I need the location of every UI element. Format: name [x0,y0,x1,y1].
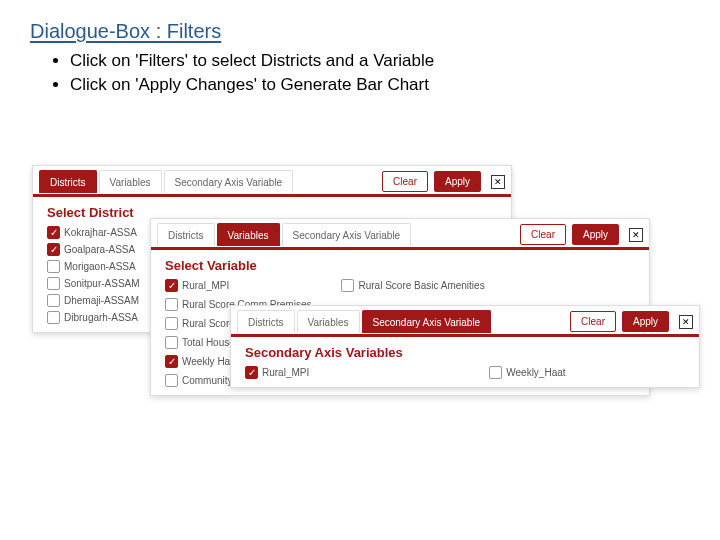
checkbox-label: Kokrajhar-ASSA [64,227,137,238]
checkbox-label: Goalpara-ASSA [64,244,135,255]
checkbox-icon [47,277,60,290]
tab-districts[interactable]: Districts [157,223,215,246]
tab-secondary[interactable]: Secondary Axis Variable [282,223,412,246]
checkbox-label: Rural Score Basic Amenities [358,280,484,291]
checkbox-label: Dhemaji-ASSAM [64,295,139,306]
checkbox-icon [165,336,178,349]
apply-button[interactable]: Apply [434,171,481,192]
tab-bar: Districts Variables Secondary Axis Varia… [151,219,649,250]
checkbox-icon [47,294,60,307]
checkbox-row[interactable]: Rural Score Basic Amenities [341,279,484,292]
checkbox-label: Sonitpur-ASSAM [64,278,140,289]
tab-variables[interactable]: Variables [99,170,162,193]
tab-bar: Districts Variables Secondary Axis Varia… [33,166,511,197]
tab-secondary[interactable]: Secondary Axis Variable [164,170,294,193]
apply-button[interactable]: Apply [572,224,619,245]
tab-variables[interactable]: Variables [297,310,360,333]
checkbox-row[interactable]: Weekly_Haat [489,366,565,379]
checkbox-icon [47,226,60,239]
checkbox-icon [47,243,60,256]
checkbox-icon [341,279,354,292]
checkbox-label: Rural_MPI [262,367,309,378]
checkbox-icon [165,279,178,292]
clear-button[interactable]: Clear [570,311,616,332]
apply-button[interactable]: Apply [622,311,669,332]
tab-districts[interactable]: Districts [237,310,295,333]
section-title: Secondary Axis Variables [231,337,699,364]
page-title: Dialogue-Box : Filters [30,20,690,43]
checkbox-icon [47,260,60,273]
checkbox-icon [47,311,60,324]
checkbox-icon [165,317,178,330]
close-icon[interactable]: ✕ [629,228,643,242]
bullet-item: Click on 'Filters' to select Districts a… [70,49,690,73]
close-icon[interactable]: ✕ [491,175,505,189]
clear-button[interactable]: Clear [382,171,428,192]
checkbox-icon [165,374,178,387]
checkbox-icon [165,355,178,368]
checkbox-row[interactable]: Rural_MPI [165,279,311,292]
clear-button[interactable]: Clear [520,224,566,245]
tab-secondary[interactable]: Secondary Axis Variable [362,310,492,333]
bullet-item: Click on 'Apply Changes' to Generate Bar… [70,73,690,97]
close-icon[interactable]: ✕ [679,315,693,329]
tab-variables[interactable]: Variables [217,223,280,246]
tab-districts[interactable]: Districts [39,170,97,193]
checkbox-row[interactable]: Rural_MPI [245,366,309,379]
instruction-list: Click on 'Filters' to select Districts a… [30,49,690,97]
checkbox-icon [165,298,178,311]
checkbox-icon [489,366,502,379]
checkbox-label: Weekly_Haat [506,367,565,378]
tab-bar: Districts Variables Secondary Axis Varia… [231,306,699,337]
checkbox-icon [245,366,258,379]
section-title: Select Variable [151,250,649,277]
checkbox-label: Rural_MPI [182,280,229,291]
checkbox-label: Dibrugarh-ASSA [64,312,138,323]
checkbox-label: Morigaon-ASSA [64,261,136,272]
dialog-secondary: Districts Variables Secondary Axis Varia… [230,305,700,388]
